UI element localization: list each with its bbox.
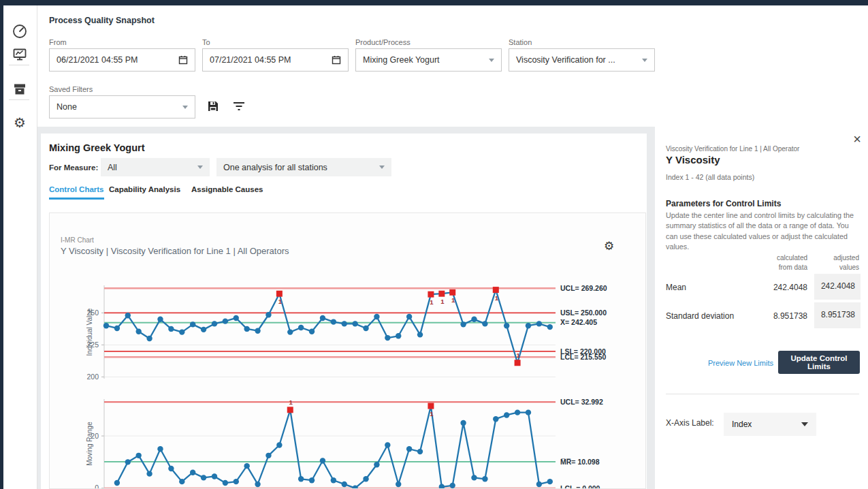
for-measure-label: For Measure: — [49, 163, 98, 172]
svg-text:0: 0 — [95, 484, 99, 489]
calendar-icon — [332, 55, 341, 65]
mean-calculated-value: 242.4048 — [753, 283, 807, 292]
measure-select[interactable]: All — [101, 158, 210, 176]
to-datetime-input[interactable]: 07/21/2021 04:55 PM — [202, 48, 349, 72]
page-title: Process Quality Snapshot — [49, 16, 155, 25]
monitor-chart-icon[interactable] — [11, 46, 29, 63]
tab-assignable-causes[interactable]: Assignable Causes — [191, 185, 263, 198]
filter-icon[interactable] — [233, 101, 245, 114]
from-datetime-value: 06/21/2021 04:55 PM — [57, 55, 178, 65]
calendar-icon — [178, 55, 188, 65]
dashboard-gauge-icon[interactable] — [11, 22, 29, 40]
svg-text:250: 250 — [86, 309, 99, 317]
stddev-adjusted-input[interactable]: 8.951738 — [814, 302, 861, 328]
svg-text:UCL= 32.992: UCL= 32.992 — [560, 398, 603, 406]
product-process-select[interactable]: Mixing Greek Yogurt — [355, 48, 502, 72]
to-label: To — [202, 38, 210, 46]
product-process-label: Product/Process — [355, 38, 411, 46]
update-control-limits-button[interactable]: Update Control Limits — [778, 351, 860, 374]
panel-divider — [666, 394, 859, 394]
svg-text:1: 1 — [289, 398, 293, 406]
svg-text:Moving Range: Moving Range — [86, 422, 93, 466]
tab-control-charts[interactable]: Control Charts — [49, 185, 104, 200]
chart-title: Y Viscosity | Viscosity Verification for… — [61, 246, 289, 256]
svg-text:1: 1 — [430, 298, 434, 306]
stddev-calculated-value: 8.951738 — [753, 311, 807, 321]
chevron-down-icon — [182, 106, 188, 109]
svg-text:1: 1 — [451, 296, 455, 304]
xaxis-select[interactable]: Index — [724, 413, 816, 436]
svg-text:1: 1 — [440, 298, 445, 305]
measure-value: All — [108, 163, 197, 172]
saved-filters-select[interactable]: None — [49, 95, 195, 119]
svg-text:225: 225 — [86, 341, 99, 349]
index-range-info: Index 1 - 42 (all data points) — [666, 173, 754, 181]
from-datetime-input[interactable]: 06/21/2021 04:55 PM — [49, 48, 195, 72]
section-title: Mixing Greek Yogurt — [49, 142, 144, 153]
chart-settings-gear-icon[interactable]: ⚙ — [604, 239, 614, 253]
svg-text:USL= 250.000: USL= 250.000 — [560, 309, 607, 317]
xaxis-label: X-Axis Label: — [666, 418, 714, 428]
chevron-down-icon — [379, 165, 385, 169]
svg-text:M̅R̅= 10.098: M̅R̅= 10.098 — [560, 458, 600, 466]
column-header-calculated: calculated from data — [753, 253, 807, 272]
saved-filters-value: None — [57, 102, 182, 112]
save-filter-icon[interactable] — [206, 99, 220, 116]
analysis-scope-select[interactable]: One analysis for all stations — [216, 158, 391, 176]
sidebar-divider — [9, 65, 29, 65]
svg-text:LCL = 0.000: LCL = 0.000 — [560, 484, 600, 489]
sidebar-divider — [9, 99, 29, 100]
imr-chart-card: I-MR Chart Y Viscosity | Viscosity Verif… — [49, 212, 646, 489]
chart-type-label: I-MR Chart — [61, 236, 94, 244]
product-process-value: Mixing Greek Yogurt — [363, 55, 489, 65]
parameters-heading: Parameters for Control Limits — [666, 199, 781, 208]
stddev-row-label: Standard deviation — [666, 311, 734, 321]
chevron-down-icon — [197, 165, 203, 169]
chevron-down-icon — [489, 59, 494, 62]
from-label: From — [49, 38, 67, 46]
main-panel: Mixing Greek Yogurt For Measure: All One… — [41, 133, 647, 489]
column-header-adjusted: adjusted values — [806, 253, 859, 272]
control-limits-panel: × Viscosity Verification for Line 1 | Al… — [655, 127, 868, 489]
preview-new-limits-link[interactable]: Preview New Limits — [708, 359, 773, 367]
close-icon[interactable]: × — [853, 132, 861, 146]
svg-text:Individual Value: Individual Value — [86, 308, 93, 356]
sidebar: ⚙ — [3, 5, 37, 489]
svg-text:1: 1 — [495, 294, 499, 302]
xaxis-value: Index — [732, 420, 801, 429]
svg-text:20: 20 — [91, 432, 99, 440]
mean-row-label: Mean — [666, 283, 686, 292]
data-archive-icon[interactable] — [11, 80, 29, 98]
svg-text:LSL= 220.000: LSL= 220.000 — [560, 347, 606, 356]
tab-capability-analysis[interactable]: Capability Analysis — [109, 185, 180, 198]
station-select[interactable]: Viscosity Verification for ... — [509, 48, 655, 72]
mean-adjusted-input[interactable]: 242.4048 — [814, 274, 861, 300]
to-datetime-value: 07/21/2021 04:55 PM — [210, 55, 332, 65]
svg-text:200: 200 — [86, 373, 99, 381]
settings-gear-icon[interactable]: ⚙ — [11, 114, 29, 132]
station-label: Station — [509, 38, 532, 46]
station-value: Viscosity Verification for ... — [516, 55, 642, 65]
chevron-down-icon — [642, 59, 647, 62]
parameters-description: Update the center line and control limit… — [666, 210, 858, 252]
header: Process Quality Snapshot From 06/21/2021… — [37, 5, 868, 127]
svg-text:X̅= 242.405: X̅= 242.405 — [560, 318, 597, 326]
svg-text:1: 1 — [430, 410, 434, 417]
panel-subtitle: Viscosity Verification for Line 1 | All … — [666, 145, 799, 153]
panel-title: Y Viscosity — [666, 154, 720, 165]
svg-text:UCL= 269.260: UCL= 269.260 — [560, 284, 607, 292]
svg-text:1: 1 — [278, 298, 283, 305]
chevron-down-icon — [801, 422, 808, 426]
svg-text:LCL= 215.550: LCL= 215.550 — [560, 353, 607, 361]
saved-filters-label: Saved Filters — [49, 85, 93, 93]
analysis-scope-value: One analysis for all stations — [223, 163, 379, 172]
top-bar — [0, 0, 868, 5]
svg-text:1: 1 — [516, 351, 520, 359]
